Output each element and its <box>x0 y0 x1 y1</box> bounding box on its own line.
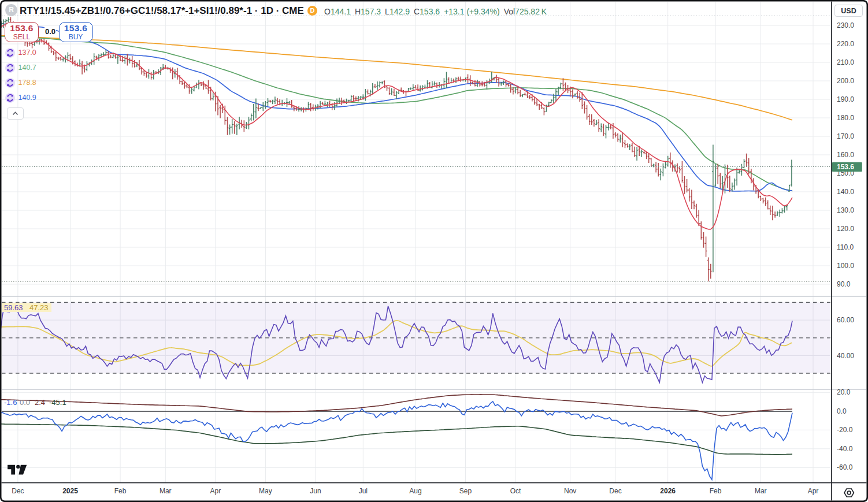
svg-text:110.0: 110.0 <box>837 243 854 251</box>
svg-text:130.0: 130.0 <box>837 206 854 214</box>
svg-text:60.00: 60.00 <box>837 316 854 324</box>
svg-text:220.0: 220.0 <box>837 40 854 48</box>
svg-text:20.0: 20.0 <box>837 388 851 396</box>
svg-text:2026: 2026 <box>660 487 676 495</box>
svg-text:-20.0: -20.0 <box>837 426 853 434</box>
svg-text:100.0: 100.0 <box>837 262 854 270</box>
svg-text:Jun: Jun <box>310 487 321 495</box>
svg-text:210.0: 210.0 <box>837 58 854 66</box>
svg-text:Mar: Mar <box>755 487 767 495</box>
svg-text:59.63: 59.63 <box>4 303 23 312</box>
svg-text:170.0: 170.0 <box>837 132 854 140</box>
svg-text:Sep: Sep <box>459 487 472 495</box>
svg-text:Jul: Jul <box>359 487 368 495</box>
svg-text:140.0: 140.0 <box>837 188 854 196</box>
svg-text:47.23: 47.23 <box>29 303 49 312</box>
svg-text:0.0: 0.0 <box>837 407 847 415</box>
svg-text:Feb: Feb <box>710 487 722 495</box>
svg-text:190.0: 190.0 <box>837 95 854 103</box>
svg-text:153.6: 153.6 <box>837 163 854 171</box>
svg-text:2025: 2025 <box>62 487 78 495</box>
svg-text:Feb: Feb <box>114 487 127 495</box>
svg-text:May: May <box>259 487 272 495</box>
svg-text:Dec: Dec <box>12 487 24 495</box>
svg-text:USD: USD <box>841 7 856 15</box>
svg-text:Aug: Aug <box>409 487 421 495</box>
svg-text:2.4: 2.4 <box>35 398 45 407</box>
svg-text:-45.1: -45.1 <box>49 398 66 407</box>
svg-text:180.0: 180.0 <box>837 114 854 122</box>
svg-text:160.0: 160.0 <box>837 151 854 159</box>
svg-text:-1.6: -1.6 <box>4 398 17 407</box>
svg-text:Nov: Nov <box>564 487 576 495</box>
svg-text:Apr: Apr <box>210 487 221 495</box>
svg-text:200.0: 200.0 <box>837 77 854 85</box>
svg-text:Dec: Dec <box>609 487 621 495</box>
svg-text:230.0: 230.0 <box>837 21 854 29</box>
svg-text:120.0: 120.0 <box>837 225 854 233</box>
svg-text:0.0: 0.0 <box>20 398 30 407</box>
svg-text:Mar: Mar <box>159 487 172 495</box>
svg-text:Oct: Oct <box>510 487 521 495</box>
svg-text:90.0: 90.0 <box>837 280 851 288</box>
svg-text:-60.0: -60.0 <box>837 463 853 471</box>
svg-text:Apr: Apr <box>808 487 819 495</box>
svg-text:-40.0: -40.0 <box>837 445 853 453</box>
svg-text:40.00: 40.00 <box>837 352 854 360</box>
